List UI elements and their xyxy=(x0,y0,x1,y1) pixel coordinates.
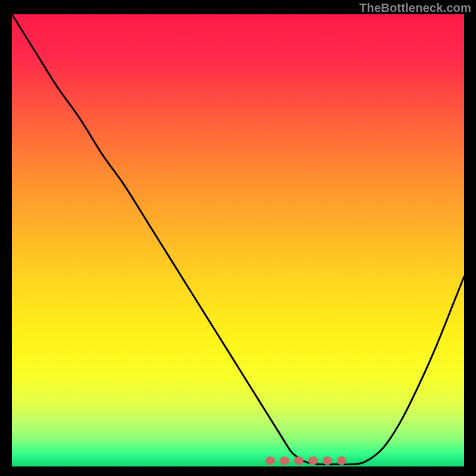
bottleneck-chart-svg xyxy=(12,14,464,466)
bottleneck-curve-line xyxy=(12,14,464,464)
plot-area xyxy=(12,14,464,466)
chart-container: TheBottleneck.com xyxy=(0,0,476,476)
watermark-text: TheBottleneck.com xyxy=(359,1,471,15)
